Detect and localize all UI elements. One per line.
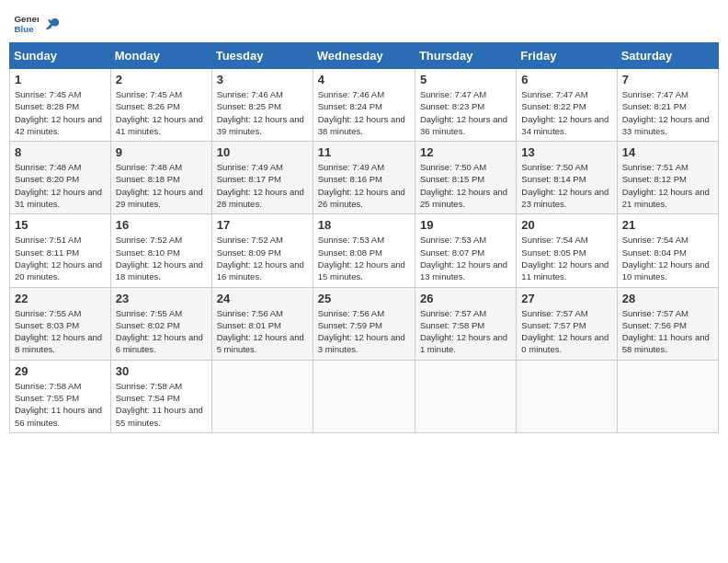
day-info: Sunrise: 7:50 AMSunset: 8:14 PMDaylight:… (521, 161, 611, 210)
day-number: 5 (420, 73, 511, 86)
day-number: 10 (217, 145, 308, 159)
calendar-cell: 1 Sunrise: 7:45 AMSunset: 8:28 PMDayligh… (10, 69, 111, 142)
calendar-cell: 29 Sunrise: 7:58 AMSunset: 7:55 PMDaylig… (10, 360, 111, 432)
day-info: Sunrise: 7:49 AMSunset: 8:16 PMDaylight:… (318, 161, 410, 210)
day-info: Sunrise: 7:50 AMSunset: 8:15 PMDaylight:… (420, 161, 511, 210)
calendar-cell: 2 Sunrise: 7:45 AMSunset: 8:26 PMDayligh… (110, 69, 211, 142)
day-info: Sunrise: 7:47 AMSunset: 8:21 PMDaylight:… (622, 88, 713, 137)
calendar-cell: 4 Sunrise: 7:46 AMSunset: 8:24 PMDayligh… (313, 69, 415, 142)
day-info: Sunrise: 7:53 AMSunset: 8:08 PMDaylight:… (318, 234, 410, 282)
day-number: 19 (420, 218, 511, 232)
calendar-cell: 22 Sunrise: 7:55 AMSunset: 8:03 PMDaylig… (10, 287, 111, 360)
day-number: 15 (15, 218, 106, 232)
day-info: Sunrise: 7:45 AMSunset: 8:28 PMDaylight:… (15, 88, 106, 137)
day-number: 24 (217, 292, 308, 305)
day-number: 25 (318, 292, 410, 305)
calendar-table: SundayMondayTuesdayWednesdayThursdayFrid… (9, 42, 719, 433)
day-number: 26 (420, 292, 511, 305)
day-info: Sunrise: 7:52 AMSunset: 8:09 PMDaylight:… (217, 234, 308, 282)
day-number: 16 (116, 218, 207, 232)
day-number: 12 (420, 145, 511, 159)
day-info: Sunrise: 7:56 AMSunset: 7:59 PMDaylight:… (318, 307, 410, 356)
day-number: 18 (318, 218, 410, 232)
day-info: Sunrise: 7:46 AMSunset: 8:25 PMDaylight:… (217, 88, 308, 137)
calendar-cell: 18 Sunrise: 7:53 AMSunset: 8:08 PMDaylig… (313, 214, 415, 287)
calendar-cell: 8 Sunrise: 7:48 AMSunset: 8:20 PMDayligh… (10, 142, 111, 214)
day-info: Sunrise: 7:57 AMSunset: 7:57 PMDaylight:… (521, 307, 611, 356)
calendar-cell: 14 Sunrise: 7:51 AMSunset: 8:12 PMDaylig… (617, 142, 718, 214)
calendar-header-thursday: Thursday (415, 43, 516, 69)
day-info: Sunrise: 7:55 AMSunset: 8:02 PMDaylight:… (116, 307, 207, 356)
logo: General Blue (13, 9, 61, 35)
page-header: General Blue (9, 9, 719, 35)
calendar-header-tuesday: Tuesday (211, 43, 313, 69)
day-number: 1 (15, 73, 106, 86)
day-number: 29 (15, 364, 106, 378)
calendar-cell (313, 360, 415, 432)
day-number: 4 (318, 73, 410, 86)
day-number: 8 (15, 145, 106, 159)
day-info: Sunrise: 7:52 AMSunset: 8:10 PMDaylight:… (116, 234, 207, 282)
day-info: Sunrise: 7:49 AMSunset: 8:17 PMDaylight:… (217, 161, 308, 210)
day-info: Sunrise: 7:54 AMSunset: 8:05 PMDaylight:… (521, 234, 611, 282)
day-number: 7 (622, 73, 713, 86)
day-info: Sunrise: 7:51 AMSunset: 8:11 PMDaylight:… (15, 234, 106, 282)
calendar-cell: 12 Sunrise: 7:50 AMSunset: 8:15 PMDaylig… (415, 142, 516, 214)
day-info: Sunrise: 7:54 AMSunset: 8:04 PMDaylight:… (622, 234, 713, 282)
calendar-cell: 26 Sunrise: 7:57 AMSunset: 7:58 PMDaylig… (415, 287, 516, 360)
day-number: 9 (116, 145, 207, 159)
calendar-cell: 21 Sunrise: 7:54 AMSunset: 8:04 PMDaylig… (617, 214, 718, 287)
calendar-cell: 28 Sunrise: 7:57 AMSunset: 7:56 PMDaylig… (617, 287, 718, 360)
calendar-cell: 27 Sunrise: 7:57 AMSunset: 7:57 PMDaylig… (517, 287, 617, 360)
calendar-cell: 24 Sunrise: 7:56 AMSunset: 8:01 PMDaylig… (211, 287, 313, 360)
svg-text:Blue: Blue (14, 24, 34, 34)
calendar-cell: 16 Sunrise: 7:52 AMSunset: 8:10 PMDaylig… (110, 214, 211, 287)
calendar-cell (517, 360, 617, 432)
logo-icon: General Blue (13, 9, 39, 35)
day-number: 11 (318, 145, 410, 159)
day-number: 28 (622, 292, 713, 305)
day-info: Sunrise: 7:46 AMSunset: 8:24 PMDaylight:… (318, 88, 410, 137)
calendar-cell: 25 Sunrise: 7:56 AMSunset: 7:59 PMDaylig… (313, 287, 415, 360)
day-info: Sunrise: 7:57 AMSunset: 7:58 PMDaylight:… (420, 307, 511, 356)
calendar-cell: 19 Sunrise: 7:53 AMSunset: 8:07 PMDaylig… (415, 214, 516, 287)
calendar-cell: 15 Sunrise: 7:51 AMSunset: 8:11 PMDaylig… (10, 214, 111, 287)
calendar-cell: 23 Sunrise: 7:55 AMSunset: 8:02 PMDaylig… (110, 287, 211, 360)
day-number: 23 (116, 292, 207, 305)
calendar-cell (617, 360, 718, 432)
day-info: Sunrise: 7:47 AMSunset: 8:22 PMDaylight:… (521, 88, 611, 137)
day-info: Sunrise: 7:56 AMSunset: 8:01 PMDaylight:… (217, 307, 308, 356)
calendar-cell: 6 Sunrise: 7:47 AMSunset: 8:22 PMDayligh… (517, 69, 617, 142)
day-number: 22 (15, 292, 106, 305)
calendar-week-row: 22 Sunrise: 7:55 AMSunset: 8:03 PMDaylig… (10, 287, 719, 360)
day-number: 13 (521, 145, 611, 159)
calendar-cell: 17 Sunrise: 7:52 AMSunset: 8:09 PMDaylig… (211, 214, 313, 287)
calendar-cell: 9 Sunrise: 7:48 AMSunset: 8:18 PMDayligh… (110, 142, 211, 214)
calendar-cell (211, 360, 313, 432)
day-info: Sunrise: 7:57 AMSunset: 7:56 PMDaylight:… (622, 307, 713, 356)
day-number: 3 (217, 73, 308, 86)
day-info: Sunrise: 7:48 AMSunset: 8:20 PMDaylight:… (15, 161, 106, 210)
calendar-week-row: 29 Sunrise: 7:58 AMSunset: 7:55 PMDaylig… (10, 360, 719, 432)
calendar-cell: 11 Sunrise: 7:49 AMSunset: 8:16 PMDaylig… (313, 142, 415, 214)
svg-text:General: General (14, 14, 39, 24)
calendar-week-row: 8 Sunrise: 7:48 AMSunset: 8:20 PMDayligh… (10, 142, 719, 214)
calendar-cell: 10 Sunrise: 7:49 AMSunset: 8:17 PMDaylig… (211, 142, 313, 214)
day-info: Sunrise: 7:53 AMSunset: 8:07 PMDaylight:… (420, 234, 511, 282)
day-number: 6 (521, 73, 611, 86)
calendar-cell: 7 Sunrise: 7:47 AMSunset: 8:21 PMDayligh… (617, 69, 718, 142)
calendar-week-row: 15 Sunrise: 7:51 AMSunset: 8:11 PMDaylig… (10, 214, 719, 287)
day-info: Sunrise: 7:58 AMSunset: 7:54 PMDaylight:… (116, 380, 207, 429)
calendar-cell: 5 Sunrise: 7:47 AMSunset: 8:23 PMDayligh… (415, 69, 516, 142)
day-number: 30 (116, 364, 207, 378)
calendar-cell: 13 Sunrise: 7:50 AMSunset: 8:14 PMDaylig… (517, 142, 617, 214)
calendar-week-row: 1 Sunrise: 7:45 AMSunset: 8:28 PMDayligh… (10, 69, 719, 142)
calendar-cell: 30 Sunrise: 7:58 AMSunset: 7:54 PMDaylig… (110, 360, 211, 432)
day-number: 21 (622, 218, 713, 232)
calendar-cell: 3 Sunrise: 7:46 AMSunset: 8:25 PMDayligh… (211, 69, 313, 142)
calendar-cell (415, 360, 516, 432)
day-number: 14 (622, 145, 713, 159)
calendar-header-wednesday: Wednesday (313, 43, 415, 69)
calendar-header-row: SundayMondayTuesdayWednesdayThursdayFrid… (10, 43, 719, 69)
calendar-header-sunday: Sunday (10, 43, 111, 69)
